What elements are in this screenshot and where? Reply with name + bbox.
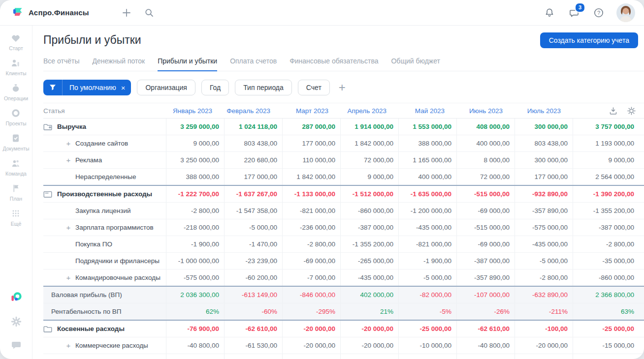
filter-chip-3[interactable]: Счет [298, 80, 330, 95]
expand-plus-icon[interactable]: + [65, 140, 72, 147]
table-row[interactable]: +Создание сайтов9 000,00803 438,00177 00… [43, 135, 644, 152]
table-row[interactable]: Рентабельность по ВП62%-60%-295%21%-5%-2… [43, 303, 644, 321]
expand-plus-icon[interactable]: + [65, 342, 72, 349]
cell-value: 9 000,00 [340, 169, 398, 185]
cell-value: 3 250 000,00 [166, 152, 224, 168]
cell-value: 8 000,00 [456, 152, 515, 168]
topbar: Аспро.Финансы 3 ? [0, 0, 644, 26]
table-row[interactable]: +Реклама3 250 000,00220 680,00110 000,00… [43, 152, 644, 169]
cell-value: -10 000,00 [398, 337, 456, 354]
sidebar-item-more[interactable]: Ещё [2, 208, 29, 227]
sidebar-item-team[interactable]: Команда [2, 158, 29, 177]
filter-chip-0[interactable]: Организация [137, 80, 195, 95]
filter-chip-2[interactable]: Тип периода [235, 80, 292, 95]
cell-value: -76 900,00 [166, 321, 224, 337]
table-row[interactable]: +Командировочные расходы-575 000,00-60 2… [43, 269, 644, 287]
row-label: Косвенные расходы [57, 325, 125, 332]
sidebar-item-plan[interactable]: План [2, 183, 29, 202]
cell-value: 177 000,00 [282, 135, 340, 151]
tab-invoice-payment[interactable]: Оплата счетов [230, 55, 277, 71]
cell-value: -69 000,00 [456, 236, 515, 252]
cell-value: -2 800,00 [166, 203, 224, 219]
month-header-7[interactable]: Июль 2023 [515, 103, 573, 118]
sidebar-item-operations[interactable]: Операции [2, 83, 29, 101]
folder-minus-icon[interactable] [43, 190, 52, 198]
chat-bubble-icon[interactable] [10, 339, 22, 351]
cell-value: -295% [282, 303, 340, 320]
row-label: Нераспределенные [75, 173, 136, 180]
month-header-2[interactable]: Февраль 2023 [224, 103, 282, 118]
search-icon[interactable] [142, 6, 156, 20]
cell-value: -575 000,00 [166, 269, 224, 286]
table-row[interactable]: Выручка3 259 000,001 024 118,00287 000,0… [43, 119, 644, 135]
table-row[interactable]: +Закупка лицензий-2 800,00-1 547 358,00-… [43, 203, 644, 219]
sidebar-item-start[interactable]: Старт [2, 32, 29, 51]
table-row[interactable]: +Управленческие расходы-36 100,00-1 080,… [43, 354, 644, 359]
cell-value: 1 842 000,00 [340, 135, 398, 151]
month-header-5[interactable]: Май 2023 [398, 103, 456, 118]
folder-icon[interactable] [43, 325, 52, 333]
tab-financial-liabilities[interactable]: Финансовые обязательства [290, 55, 378, 71]
cell-value: 9 000,00 [166, 135, 224, 151]
aspro-cloud-logo-icon[interactable] [10, 291, 23, 304]
expand-plus-icon[interactable]: + [65, 274, 72, 281]
table-row[interactable]: +Нераспределенные388 000,00177 000,001 8… [43, 169, 644, 186]
table-row[interactable]: +Зарплата программистов-218 000,00-5 000… [43, 219, 644, 236]
tab-all-reports[interactable]: Все отчёты [43, 55, 79, 71]
month-header-6[interactable]: Июнь 2023 [456, 103, 515, 118]
month-header-4[interactable]: Апрель 2023 [340, 103, 398, 118]
user-avatar[interactable] [616, 3, 635, 22]
sidebar-item-label: План [10, 196, 22, 202]
month-header-1[interactable]: Январь 2023 [166, 103, 224, 118]
month-header-3[interactable]: Март 2023 [282, 103, 340, 118]
table-row[interactable]: Косвенные расходы-76 900,00-62 610,00-20… [43, 321, 644, 337]
sidebar-item-projects[interactable]: Проекты [2, 108, 29, 126]
app-logo-icon[interactable] [11, 6, 24, 19]
projects-icon [10, 108, 21, 119]
messages-icon[interactable]: 3 [567, 6, 581, 20]
table-row[interactable]: +Покупка ПО-1 900,00-1 470,00-2 800,00-1… [43, 236, 644, 253]
folder-plus-icon[interactable] [43, 123, 52, 131]
notifications-bell-icon[interactable] [543, 6, 556, 20]
download-icon[interactable] [609, 106, 618, 116]
tab-profit-loss[interactable]: Прибыли и убытки [158, 55, 217, 71]
expand-plus-icon[interactable]: + [65, 156, 72, 164]
row-label: Валовая прибыль (ВП) [51, 291, 122, 299]
table-row[interactable]: +Коммерческие расходы-40 800,00-61 530,0… [43, 337, 644, 354]
cell-value: 300 000,00 [515, 119, 573, 135]
filter-chip-1[interactable]: Год [201, 80, 229, 95]
expand-plus-icon[interactable]: + [65, 224, 72, 231]
sidebar-item-clients[interactable]: Клиенты [2, 58, 29, 76]
cell-value: -82 000,00 [398, 287, 456, 303]
add-filter-icon[interactable]: + [339, 82, 346, 93]
create-category-button[interactable]: Создать категорию учета [540, 32, 638, 48]
tab-cash-flow[interactable]: Денежный поток [92, 55, 145, 71]
main-content: Прибыли и убытки Создать категорию учета… [32, 26, 644, 359]
cell-value: -515 000,00 [456, 219, 515, 236]
cell-value: -26% [456, 303, 515, 320]
row-label: Коммерческие расходы [75, 342, 148, 349]
settings-gear-icon[interactable] [10, 316, 22, 328]
cell-value: -387 000,00 [340, 219, 398, 236]
clear-filter-icon[interactable]: × [120, 84, 131, 92]
help-icon[interactable]: ? [592, 6, 606, 20]
page-title: Прибыли и убытки [43, 33, 141, 47]
tab-general-budget[interactable]: Общий бюджет [391, 55, 440, 71]
cell-value: -1 080,00 [456, 354, 515, 359]
sidebar-items: СтартКлиентыОперацииПроектыДокументыКома… [2, 32, 29, 233]
cell-value: -36 100,00 [166, 354, 224, 359]
cell-value: -2 800,00 [282, 236, 340, 252]
row-label-cell: +Командировочные расходы [43, 269, 166, 286]
cell-value: -632 890,00 [515, 287, 573, 303]
sidebar-item-label: Клиенты [5, 70, 26, 76]
active-filter-pill[interactable]: По умолчанию × [43, 80, 131, 95]
table-row[interactable]: +Подрядчики и фрилансеры-1 000 000,00-23… [43, 253, 644, 269]
table-row[interactable]: Производственные расходы-1 222 700,00-1 … [43, 186, 644, 203]
sidebar-item-documents[interactable]: Документы [2, 133, 29, 151]
sidebar-item-label: Операции [4, 95, 28, 101]
cell-value: -357 890,00 [456, 269, 515, 286]
cell-value: 2 366 800,00 [573, 287, 644, 303]
add-icon[interactable] [120, 6, 133, 20]
table-row[interactable]: Валовая прибыль (ВП)2 036 300,00-613 149… [43, 287, 644, 303]
table-settings-gear-icon[interactable] [627, 106, 636, 116]
